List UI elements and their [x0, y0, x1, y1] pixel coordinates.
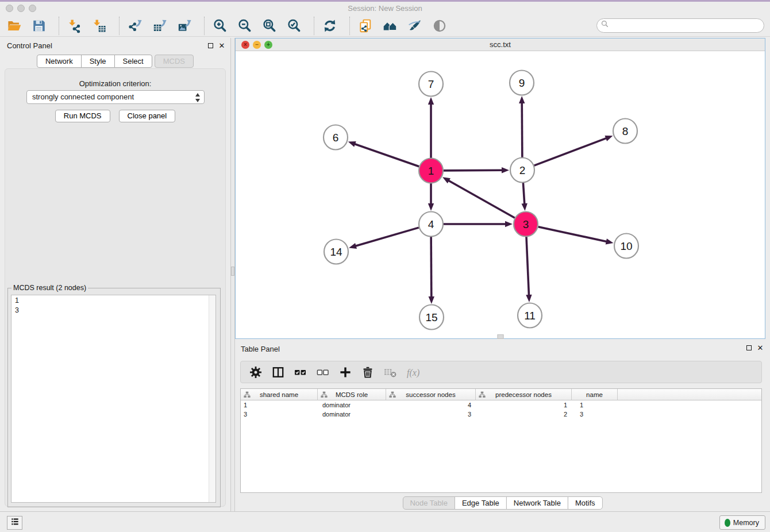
graph-edge-1-4[interactable]	[428, 183, 434, 211]
zoom-selected-icon[interactable]	[287, 18, 302, 33]
table-cell[interactable]: 1	[476, 402, 572, 408]
task-history-button[interactable]	[7, 516, 22, 530]
table-row[interactable]: 1dominator411	[241, 400, 761, 410]
save-session-icon[interactable]	[32, 18, 47, 33]
network-graph: 7968124314101511	[236, 51, 765, 338]
import-table-icon[interactable]	[92, 18, 107, 33]
float-icon	[746, 345, 752, 350]
memory-button[interactable]: Memory	[719, 515, 765, 530]
graph-node-15[interactable]: 15	[419, 305, 444, 330]
divider-handle[interactable]	[231, 267, 234, 276]
table-toolbar: f(x)	[240, 361, 762, 383]
table-cell[interactable]: 1	[241, 402, 318, 408]
split-panel-icon[interactable]	[271, 365, 285, 379]
import-network-icon[interactable]	[67, 18, 82, 33]
node-label: 14	[330, 246, 342, 258]
graph-node-8[interactable]: 8	[613, 119, 637, 144]
export-image-icon[interactable]	[177, 18, 192, 33]
tab-node-table[interactable]: Node Table	[402, 496, 455, 510]
column-header-predecessor-nodes[interactable]: predecessor nodes	[476, 389, 572, 400]
graph-node-1[interactable]: 1	[419, 159, 443, 183]
close-panel-button[interactable]: Close panel	[119, 110, 176, 122]
unselect-all-columns-icon[interactable]	[316, 365, 330, 379]
tab-mcds[interactable]: MCDS	[155, 55, 194, 68]
export-table-icon[interactable]	[152, 18, 167, 33]
toolbar-separator	[314, 17, 314, 35]
open-session-icon[interactable]	[7, 18, 22, 33]
graph-edge-2-8[interactable]	[534, 136, 613, 165]
zoom-in-icon[interactable]	[213, 18, 228, 33]
tab-network[interactable]: Network	[37, 55, 82, 68]
select-all-columns-icon[interactable]	[294, 365, 307, 379]
search-input[interactable]	[610, 20, 764, 32]
criterion-dropdown[interactable]: strongly connected component	[26, 90, 205, 104]
tab-motifs[interactable]: Motifs	[568, 496, 603, 510]
graph-edge-3-1[interactable]	[442, 177, 515, 218]
table-panel-float-button[interactable]	[745, 344, 753, 352]
add-column-icon[interactable]	[338, 365, 352, 379]
graph-edge-1-7[interactable]	[428, 97, 434, 158]
export-network-icon[interactable]	[128, 18, 143, 33]
table-settings-icon[interactable]	[249, 365, 263, 379]
column-header-shared-name[interactable]: shared name	[241, 389, 318, 400]
tab-style[interactable]: Style	[81, 55, 115, 68]
search-box[interactable]	[596, 18, 764, 33]
table-cell[interactable]: 3	[572, 411, 618, 418]
result-scrollbar[interactable]	[209, 295, 215, 502]
zoom-fit-icon[interactable]	[262, 18, 277, 33]
table-cell[interactable]: dominator	[318, 411, 386, 418]
graph-node-10[interactable]: 10	[614, 234, 638, 259]
table-panel-title: Table Panel	[241, 345, 280, 353]
graph-edge-1-2[interactable]	[444, 167, 509, 173]
panel-divider[interactable]	[230, 38, 235, 511]
graph-node-7[interactable]: 7	[419, 72, 443, 97]
graph-node-14[interactable]: 14	[324, 240, 348, 264]
mcds-result-box: MCDS result (2 nodes) 13	[7, 288, 221, 507]
close-icon: ✕	[219, 42, 225, 49]
clone-network-icon[interactable]	[358, 18, 373, 33]
refresh-view-icon[interactable]	[322, 18, 337, 33]
mcds-result-list[interactable]: 13	[11, 295, 216, 503]
table-cell[interactable]: 3	[241, 411, 318, 418]
column-header-successor-nodes[interactable]: successor nodes	[386, 389, 476, 400]
table-cell[interactable]: 4	[386, 402, 476, 408]
graph-node-3[interactable]: 3	[514, 212, 538, 237]
graph-edge-2-3[interactable]	[522, 183, 528, 211]
run-mcds-button[interactable]: Run MCDS	[55, 110, 110, 122]
home-view-icon[interactable]	[383, 18, 398, 33]
control-panel-float-button[interactable]	[206, 41, 214, 49]
toggle-visibility-icon[interactable]	[432, 18, 447, 33]
tab-edge-table[interactable]: Edge Table	[455, 496, 507, 510]
graph-edge-3-10[interactable]	[538, 227, 613, 245]
close-icon: ✕	[757, 344, 764, 352]
graph-edge-1-6[interactable]	[348, 141, 419, 167]
graph-edge-3-11[interactable]	[526, 237, 532, 302]
graph-edge-4-14[interactable]	[349, 228, 419, 249]
graph-node-2[interactable]: 2	[510, 158, 534, 183]
network-canvas[interactable]: 7968124314101511	[236, 51, 765, 338]
table-cell[interactable]: 1	[572, 402, 618, 408]
column-header-MCDS-role[interactable]: MCDS role	[318, 389, 386, 400]
result-line: 1	[15, 296, 215, 306]
zoom-out-icon[interactable]	[237, 18, 252, 33]
table-row[interactable]: 3dominator323	[241, 410, 761, 419]
table-cell[interactable]: 2	[476, 411, 572, 418]
graph-edge-4-3[interactable]	[444, 221, 513, 227]
network-window-titlebar[interactable]: × – + scc.txt	[236, 38, 765, 51]
graph-node-11[interactable]: 11	[518, 303, 542, 328]
tab-network-table[interactable]: Network Table	[506, 496, 568, 510]
graph-node-4[interactable]: 4	[419, 212, 443, 237]
tab-select[interactable]: Select	[114, 55, 152, 68]
network-resize-handle[interactable]	[497, 334, 503, 339]
graph-edge-2-9[interactable]	[519, 96, 525, 157]
paint-style-icon[interactable]	[407, 18, 422, 33]
table-cell[interactable]: dominator	[318, 402, 386, 408]
column-header-name[interactable]: name	[572, 389, 618, 400]
table-cell[interactable]: 3	[386, 411, 476, 418]
graph-edge-4-15[interactable]	[429, 237, 434, 304]
graph-node-9[interactable]: 9	[510, 71, 534, 95]
control-panel-close-button[interactable]: ✕	[218, 41, 226, 49]
delete-columns-icon[interactable]	[361, 365, 375, 379]
table-panel-close-button[interactable]: ✕	[756, 344, 764, 352]
graph-node-6[interactable]: 6	[324, 125, 348, 150]
